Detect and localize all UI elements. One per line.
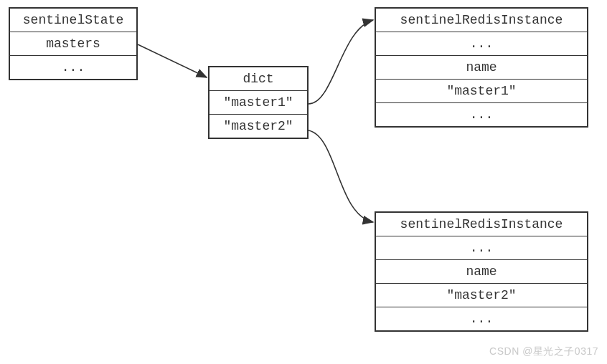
instance2-name-label: name bbox=[376, 260, 587, 284]
arrow-master1-to-instance1 bbox=[309, 20, 373, 104]
dict-struct: dict "master1" "master2" bbox=[208, 66, 309, 139]
instance1-name-label: name bbox=[376, 56, 587, 80]
instance2-name-value: "master2" bbox=[376, 284, 587, 307]
sentinel-state-struct: sentinelState masters ... bbox=[9, 7, 138, 80]
arrow-master2-to-instance2 bbox=[309, 130, 373, 222]
sentinel-state-ellipsis: ... bbox=[10, 56, 136, 79]
dict-title: dict bbox=[210, 67, 307, 91]
instance2-ellipsis-2: ... bbox=[376, 307, 587, 330]
redis-instance-1: sentinelRedisInstance ... name "master1"… bbox=[375, 7, 588, 128]
instance2-title: sentinelRedisInstance bbox=[376, 213, 587, 236]
sentinel-state-title: sentinelState bbox=[10, 9, 136, 32]
dict-key-master1: "master1" bbox=[210, 91, 307, 115]
instance1-name-value: "master1" bbox=[376, 80, 587, 103]
instance1-title: sentinelRedisInstance bbox=[376, 9, 587, 32]
dict-key-master2: "master2" bbox=[210, 115, 307, 138]
watermark-text: CSDN @星光之子0317 bbox=[489, 345, 598, 358]
sentinel-state-masters: masters bbox=[10, 32, 136, 56]
instance1-ellipsis-1: ... bbox=[376, 32, 587, 56]
redis-instance-2: sentinelRedisInstance ... name "master2"… bbox=[375, 211, 588, 332]
instance1-ellipsis-2: ... bbox=[376, 103, 587, 126]
arrow-masters-to-dict bbox=[138, 44, 207, 77]
instance2-ellipsis-1: ... bbox=[376, 236, 587, 260]
